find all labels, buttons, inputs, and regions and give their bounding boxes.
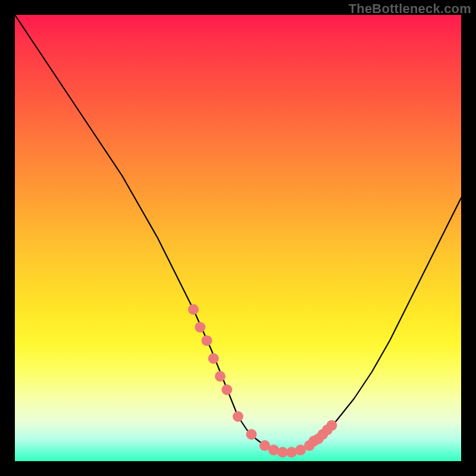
- data-marker: [221, 384, 232, 395]
- data-marker: [286, 447, 297, 458]
- chart-svg: [15, 15, 461, 461]
- data-marker: [208, 353, 219, 364]
- chart-frame: [15, 15, 461, 461]
- data-marker: [233, 411, 243, 422]
- data-marker: [215, 371, 226, 382]
- bottleneck-curve: [15, 15, 461, 452]
- plot-area: [15, 15, 461, 461]
- data-marker: [268, 444, 279, 455]
- marker-group: [188, 304, 337, 458]
- watermark-label: TheBottleneck.com: [349, 1, 471, 17]
- data-marker: [188, 304, 199, 315]
- data-marker: [195, 322, 205, 333]
- data-marker: [327, 420, 337, 431]
- data-marker: [246, 429, 257, 440]
- data-marker: [202, 336, 212, 346]
